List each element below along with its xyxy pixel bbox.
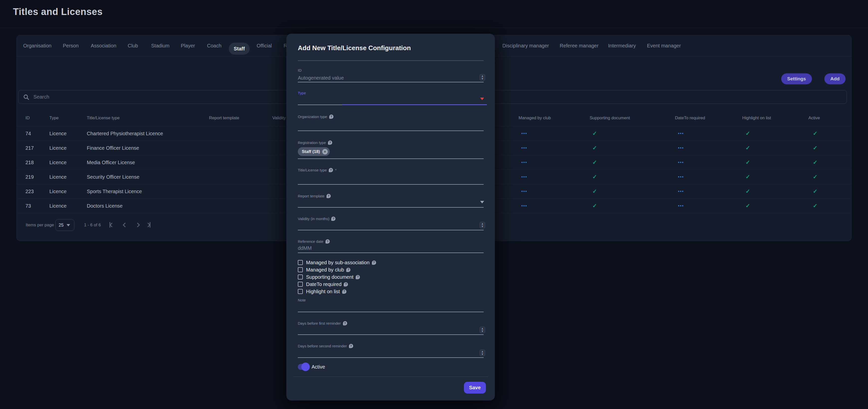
checkbox-unchecked[interactable] — [298, 260, 303, 265]
reference-date-input[interactable] — [298, 244, 472, 252]
report-template-label: Report template? — [298, 194, 331, 198]
report-template-underline — [298, 207, 484, 208]
checkbox-label: Highlight on list? — [306, 289, 346, 294]
dateto-required-dots-icon[interactable]: ••• — [678, 126, 684, 141]
days-first-reminder-input[interactable] — [298, 327, 472, 334]
add-button[interactable]: Add — [824, 74, 845, 84]
help-icon[interactable]: ? — [344, 282, 348, 287]
organization-type-underline — [298, 130, 484, 131]
cell-id: 217 — [26, 141, 34, 155]
managed-by-club-dots-icon[interactable]: ••• — [521, 126, 527, 141]
type-select[interactable] — [298, 97, 472, 104]
managed-by-club-dots-icon[interactable]: ••• — [521, 199, 527, 213]
highlight-on-list-check-icon: ✓ — [746, 199, 750, 213]
checkbox-label: Managed by sub-association? — [306, 260, 376, 265]
next-page-button[interactable] — [133, 221, 142, 229]
days-first-spinner[interactable]: ∧∨ — [479, 327, 485, 333]
modal-title: Add New Title/License Configuration — [298, 44, 411, 52]
days-second-spinner[interactable]: ∧∨ — [479, 350, 485, 356]
dateto-required-dots-icon[interactable]: ••• — [678, 199, 684, 213]
help-icon[interactable]: ? — [356, 275, 360, 279]
highlight-on-list-check-icon: ✓ — [746, 184, 750, 199]
required-marker: * — [335, 168, 337, 172]
tab-association[interactable]: Association — [91, 35, 116, 56]
app: Titles and Licenses Organisation Person … — [0, 0, 868, 409]
first-page-button[interactable] — [107, 221, 116, 229]
report-template-select[interactable] — [298, 200, 472, 207]
help-icon[interactable]: ? — [328, 141, 332, 145]
last-page-button[interactable] — [145, 221, 152, 229]
help-icon[interactable]: ? — [329, 115, 334, 119]
managed-by-club-dots-icon[interactable]: ••• — [521, 170, 527, 184]
tab-official[interactable]: Official — [257, 35, 272, 56]
help-icon[interactable]: ? — [331, 216, 336, 221]
note-input[interactable] — [298, 304, 472, 311]
tab-stadium[interactable]: Stadium — [151, 35, 169, 56]
page-size-select[interactable]: 25 — [55, 220, 74, 231]
modal-divider — [298, 60, 484, 61]
highlight-on-list-check-icon: ✓ — [746, 170, 750, 184]
tab-player[interactable]: Player — [181, 35, 195, 56]
help-icon[interactable]: ? — [342, 289, 346, 294]
help-icon[interactable]: ? — [329, 168, 333, 172]
dropdown-caret-icon[interactable] — [480, 201, 484, 203]
reference-date-underline — [298, 253, 484, 253]
tab-club[interactable]: Club — [128, 35, 138, 56]
cell-title: Sports Therapist Licence — [87, 184, 142, 199]
help-icon[interactable]: ? — [349, 344, 353, 348]
checkbox-unchecked[interactable] — [298, 274, 303, 280]
chevron-down-icon — [67, 224, 70, 226]
tab-referee-manager[interactable]: Referee manager — [560, 35, 599, 56]
dateto-required-dots-icon[interactable]: ••• — [678, 184, 684, 199]
cell-id: 218 — [26, 155, 34, 170]
note-underline — [298, 312, 484, 312]
cell-type: Licence — [50, 170, 67, 184]
validity-input[interactable] — [298, 222, 472, 229]
dateto-required-dots-icon[interactable]: ••• — [678, 170, 684, 184]
help-icon[interactable]: ? — [343, 321, 347, 325]
id-spinner[interactable]: ∧∨ — [479, 74, 485, 81]
help-icon[interactable]: ? — [327, 194, 331, 198]
tab-person[interactable]: Person — [63, 35, 79, 56]
help-icon[interactable]: ? — [326, 239, 330, 243]
previous-page-button[interactable] — [121, 221, 129, 229]
days-second-underline — [298, 357, 484, 358]
help-icon[interactable]: ? — [372, 261, 376, 265]
dateto-required-dots-icon[interactable]: ••• — [678, 155, 684, 170]
help-icon[interactable]: ? — [346, 268, 350, 272]
dropdown-caret-icon[interactable] — [480, 97, 484, 100]
col-active: Active — [808, 116, 820, 120]
organization-type-input[interactable] — [298, 122, 472, 130]
tab-staff-active[interactable]: Staff — [229, 43, 250, 55]
managed-by-club-dots-icon[interactable]: ••• — [521, 141, 527, 155]
tab-intermediary[interactable]: Intermediary — [608, 35, 636, 56]
title-license-type-input[interactable] — [298, 176, 472, 183]
tab-coach[interactable]: Coach — [207, 35, 221, 56]
registration-type-chip[interactable]: Staff (18) ✕ — [298, 147, 330, 156]
chip-label: Staff (18) — [302, 149, 320, 154]
dateto-required-dots-icon[interactable]: ••• — [678, 141, 684, 155]
tab-organisation[interactable]: Organisation — [23, 35, 51, 56]
checkbox-unchecked[interactable] — [298, 282, 303, 287]
items-per-page-label: Items per page — [26, 223, 54, 228]
days-first-reminder-label: Days before first reminder? — [298, 321, 347, 325]
active-check-icon: ✓ — [813, 170, 817, 184]
chip-remove-icon[interactable]: ✕ — [322, 149, 328, 154]
checkbox-unchecked[interactable] — [298, 289, 303, 294]
id-input[interactable] — [298, 74, 472, 82]
validity-spinner[interactable]: ∧∨ — [479, 222, 485, 228]
tab-disciplinary-manager[interactable]: Disciplinary manager — [502, 35, 549, 56]
note-label: Note — [298, 298, 306, 302]
checkbox-row: Highlight on list? — [298, 288, 346, 295]
highlight-on-list-check-icon: ✓ — [746, 141, 750, 155]
managed-by-club-dots-icon[interactable]: ••• — [521, 155, 527, 170]
checkbox-unchecked[interactable] — [298, 267, 303, 272]
type-label: Type — [298, 91, 306, 95]
active-toggle-on[interactable] — [298, 364, 309, 370]
tab-event-manager[interactable]: Event manager — [647, 35, 681, 56]
managed-by-club-dots-icon[interactable]: ••• — [521, 184, 527, 199]
settings-button[interactable]: Settings — [781, 74, 812, 84]
days-second-reminder-input[interactable] — [298, 350, 472, 357]
save-button[interactable]: Save — [464, 382, 486, 393]
supporting-document-check-icon: ✓ — [592, 184, 597, 199]
